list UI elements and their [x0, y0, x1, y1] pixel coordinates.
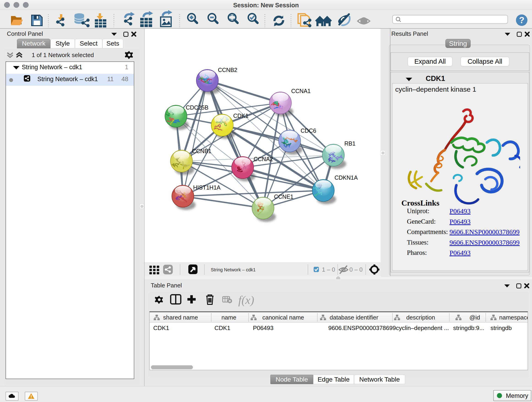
svg-text:1 – 0: 1 – 0 — [322, 266, 335, 273]
svg-text:?: ? — [519, 15, 524, 25]
svg-text:String Network – cdk1: String Network – cdk1 — [211, 267, 256, 272]
svg-text:CCNB2: CCNB2 — [218, 67, 237, 73]
svg-text:CCNB1: CCNB1 — [192, 148, 211, 154]
svg-text:shared name: shared name — [163, 314, 198, 321]
svg-text:name: name — [221, 314, 236, 321]
svg-text:namespace: namespace — [499, 314, 528, 321]
svg-text:CDKN1A: CDKN1A — [335, 174, 358, 181]
svg-text:CCNA2: CCNA2 — [254, 156, 273, 162]
svg-text:description: description — [406, 314, 435, 321]
svg-text:HIST1H1A: HIST1H1A — [193, 184, 221, 191]
svg-text:CCNA1: CCNA1 — [291, 88, 311, 94]
svg-text:RB1: RB1 — [344, 140, 355, 147]
svg-text:CDK1: CDK1 — [233, 113, 249, 119]
svg-text:f(x): f(x) — [238, 294, 254, 306]
svg-text:CDC25B: CDC25B — [186, 104, 209, 111]
svg-text:CDC6: CDC6 — [301, 128, 316, 134]
svg-text:canonical name: canonical name — [262, 314, 304, 321]
svg-text:0 – 0: 0 – 0 — [349, 266, 363, 273]
svg-text:@id: @id — [469, 314, 480, 321]
svg-text:CCNE1: CCNE1 — [274, 193, 293, 200]
svg-text:database identifier: database identifier — [330, 314, 379, 321]
